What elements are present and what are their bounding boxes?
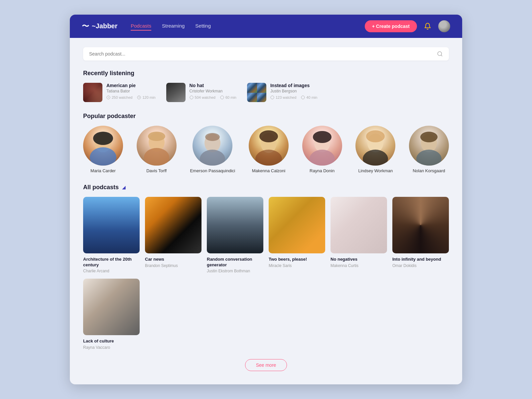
maria-face-icon <box>83 126 123 166</box>
nav-podcasts[interactable]: Podcasts <box>131 22 151 31</box>
all-podcasts-title: All podcasts <box>83 184 119 191</box>
svg-point-15 <box>200 150 225 166</box>
duration-images: 40 min <box>306 95 317 99</box>
podcaster-rayna[interactable]: Rayna Donin <box>302 126 342 173</box>
recently-title: Recently listening <box>83 70 449 77</box>
podcaster-avatar-davis <box>137 126 177 166</box>
svg-point-7 <box>301 96 305 99</box>
podcast-card-arch[interactable]: Architecture of the 20th century Charlie… <box>83 197 140 274</box>
watched-images: 123 watched <box>276 95 296 99</box>
podcast-card-car[interactable]: Car news Brandon Septimus <box>145 197 201 274</box>
recently-author-images: Justin Bergson <box>270 89 317 93</box>
podcast-author-beer: Miracle Saris <box>269 263 325 268</box>
app-window: 〜 ~Jabber Podcasts Streaming Setting + C… <box>70 15 462 385</box>
see-more-wrapper: See more <box>83 359 449 371</box>
create-podcast-button[interactable]: + Create podcast <box>365 20 417 32</box>
svg-point-9 <box>90 147 116 166</box>
duration-val: 120 min <box>142 95 155 99</box>
recently-thumb-no-hat <box>166 83 186 102</box>
navbar: 〜 ~Jabber Podcasts Streaming Setting + C… <box>70 15 462 38</box>
recently-item-images[interactable]: Instead of images Justin Bergson 123 wat… <box>247 83 317 102</box>
bell-icon[interactable] <box>422 21 433 32</box>
recently-item-american-pie[interactable]: American pie Tatiana Bator 250 watched 1… <box>83 83 156 102</box>
lindsey-face-icon <box>355 126 395 166</box>
podcast-author-random: Justin Ekstrom Bothman <box>207 269 263 273</box>
podcast-author-infinity: Omar Dokidis <box>392 263 449 268</box>
svg-point-18 <box>255 150 282 166</box>
recently-meta-nohat: 504 watched 60 min <box>190 95 236 99</box>
emerson-face-icon <box>193 126 232 166</box>
recently-section: Recently listening American pie Tatiana … <box>83 70 449 102</box>
logo-text: ~Jabber <box>92 22 117 30</box>
podcaster-name-nolan: Nolan Korsgaard <box>413 168 445 173</box>
recently-info: American pie Tatiana Bator 250 watched 1… <box>106 83 156 99</box>
podcaster-nolan[interactable]: Nolan Korsgaard <box>409 126 449 173</box>
podcaster-makenna[interactable]: Makenna Calzoni <box>249 126 289 173</box>
davis-face-icon <box>137 126 177 166</box>
podcast-title-infinity: Into infinity and beyond <box>392 257 449 262</box>
nav-setting[interactable]: Setting <box>195 22 211 31</box>
svg-point-6 <box>271 96 274 99</box>
filter-icon[interactable]: ◢ <box>122 185 126 190</box>
podcast-thumb-infinity <box>392 197 449 253</box>
logo[interactable]: 〜 ~Jabber <box>82 21 117 31</box>
svg-point-24 <box>363 150 388 166</box>
recently-author: Tatiana Bator <box>106 89 156 93</box>
svg-point-22 <box>313 131 332 143</box>
podcast-title-culture: Lack of culture <box>83 338 140 344</box>
podcaster-lindsey[interactable]: Lindsey Workman <box>355 126 395 173</box>
podcast-thumb-car <box>145 197 201 253</box>
podcaster-name-emerson: Emerson Passaquindici <box>190 168 235 173</box>
podcaster-davis[interactable]: Davis Torff <box>137 126 177 173</box>
podcaster-name-lindsey: Lindsey Workman <box>358 168 393 173</box>
podcast-title-beer: Two beers, please! <box>269 257 325 262</box>
recently-thumb-american-pie <box>83 83 102 102</box>
recently-item-no-hat[interactable]: No hat Cristofer Workman 504 watched 60 … <box>166 83 236 102</box>
makenna-face-icon <box>249 126 289 166</box>
meta-dur-images: 40 min <box>301 95 317 99</box>
podcaster-avatar-makenna <box>249 126 289 166</box>
podcaster-name-rayna: Rayna Donin <box>310 168 334 173</box>
podcaster-avatar-maria <box>83 126 123 166</box>
svg-point-27 <box>416 150 442 166</box>
recently-list: American pie Tatiana Bator 250 watched 1… <box>83 83 449 102</box>
nav-links: Podcasts Streaming Setting <box>131 22 365 31</box>
svg-point-12 <box>144 148 169 166</box>
podcaster-title: Popular podcaster <box>83 113 449 120</box>
podcast-title-negatives: No negatives <box>331 257 387 262</box>
podcaster-avatar-nolan <box>409 126 449 166</box>
see-more-button[interactable]: See more <box>245 359 287 371</box>
podcaster-avatar-lindsey <box>355 126 395 166</box>
podcast-card-culture[interactable]: Lack of culture Rayna Vaccaro <box>83 279 140 350</box>
podcaster-list: Maria Carder Davis Torff <box>83 126 449 173</box>
main-content: Recently listening American pie Tatiana … <box>70 38 462 385</box>
recently-meta: 250 watched 120 min <box>106 95 156 99</box>
svg-point-21 <box>310 150 335 166</box>
podcaster-avatar-emerson <box>193 126 232 166</box>
podcast-card-beer[interactable]: Two beers, please! Miracle Saris <box>269 197 325 274</box>
podcast-title-random: Random conversation generator <box>207 257 263 268</box>
search-input[interactable] <box>89 51 434 57</box>
logo-icon: 〜 <box>82 21 89 31</box>
all-podcasts-section: All podcasts ◢ Architecture of the 20th … <box>83 184 449 350</box>
user-avatar[interactable] <box>438 20 450 32</box>
podcast-card-negatives[interactable]: No negatives Makenna Curtis <box>331 197 387 274</box>
search-icon <box>437 51 443 57</box>
meta-watched-images: 123 watched <box>270 95 296 99</box>
svg-point-19 <box>259 130 278 142</box>
navbar-right: + Create podcast <box>365 20 450 32</box>
podcast-card-random[interactable]: Random conversation generator Justin Eks… <box>207 197 263 274</box>
podcast-thumb-random <box>207 197 263 253</box>
podcaster-name-maria: Maria Carder <box>90 168 116 173</box>
podcaster-emerson[interactable]: Emerson Passaquindici <box>190 126 235 173</box>
meta-watched: 250 watched <box>106 95 132 99</box>
podcast-author-culture: Rayna Vaccaro <box>83 345 140 350</box>
svg-line-1 <box>441 55 442 56</box>
recently-name-nohat: No hat <box>190 83 236 88</box>
nav-streaming[interactable]: Streaming <box>162 22 185 31</box>
duration-nohat: 60 min <box>225 95 236 99</box>
podcast-thumb-negatives <box>331 197 387 253</box>
podcaster-maria[interactable]: Maria Carder <box>83 126 123 173</box>
podcast-card-infinity[interactable]: Into infinity and beyond Omar Dokidis <box>392 197 449 274</box>
recently-name: American pie <box>106 83 156 88</box>
